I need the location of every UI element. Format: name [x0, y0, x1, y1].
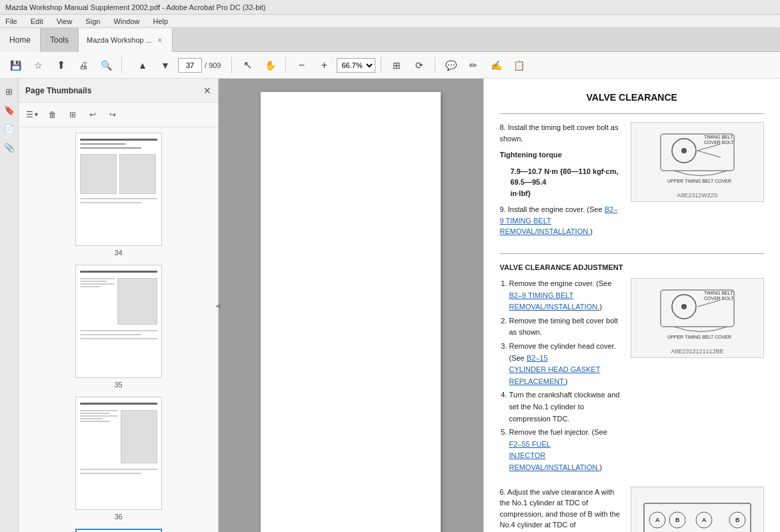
svg-text:B: B — [735, 517, 740, 523]
sidebar-scroll[interactable]: 34 — [19, 127, 218, 532]
sidebar: Page Thumbnails ✕ ☰ ▼ 🗑 ⊞ ↩ ↪ — [19, 79, 219, 532]
diagram-2-caption: A8E2312121112BE — [671, 348, 723, 355]
step-3: Remove the cylinder head cover. (See B2–… — [509, 341, 621, 387]
drag-arrow-icon: ◀ — [215, 302, 221, 309]
page-navigation: ▲ ▼ / 909 — [133, 56, 221, 75]
thumb-img-34 — [75, 133, 162, 246]
stamp-icon: 📋 — [513, 60, 525, 71]
page-number-input[interactable] — [178, 58, 202, 73]
stamp-button[interactable]: 📋 — [509, 56, 529, 75]
search-icon: 🔍 — [101, 60, 112, 71]
separator-5 — [435, 57, 435, 73]
fit-button[interactable]: ⊞ — [387, 56, 407, 75]
sidebar-delete-button[interactable]: 🗑 — [44, 107, 61, 123]
title-text: Mazda Workshop Manual Supplement 2002.pd… — [5, 3, 266, 11]
search-button[interactable]: 🔍 — [96, 56, 116, 75]
save-button[interactable]: 💾 — [5, 56, 25, 75]
sidebar-menu-button[interactable]: ☰ ▼ — [24, 107, 41, 123]
zoom-out-button[interactable]: − — [291, 56, 311, 75]
menu-file[interactable]: File — [3, 16, 20, 27]
svg-text:UPPER TIMING BELT COVER: UPPER TIMING BELT COVER — [667, 335, 731, 339]
menu-sign[interactable]: Sign — [83, 16, 103, 27]
main-area: ⊞ 🔖 📄 📎 Page Thumbnails ✕ ☰ ▼ 🗑 ⊞ ↩ — [0, 79, 780, 532]
comment-icon: 💬 — [445, 60, 457, 71]
hand-button[interactable]: ✋ — [260, 56, 280, 75]
sidebar-undo-icon: ↩ — [89, 110, 96, 119]
bookmark-strip-icon[interactable]: 🔖 — [2, 103, 17, 117]
sidebar-drag-handle[interactable]: ◀ — [215, 79, 221, 532]
thumb-img-37 — [75, 529, 162, 532]
step-5: Remove the fuel injector. (See F2–55 FUE… — [509, 427, 621, 473]
svg-text:UPPER TIMING BELT COVER: UPPER TIMING BELT COVER — [667, 179, 731, 183]
diagram-1-container: TIMING BELT COVER BOLT UPPER TIMING BELT… — [631, 122, 764, 202]
sidebar-close-button[interactable]: ✕ — [203, 85, 211, 96]
file-tab-label: Mazda Workshop ... — [87, 36, 152, 44]
step9-link[interactable]: B2–9 TIMING BELT REMOVAL/INSTALLATION. — [500, 205, 618, 235]
file-tab[interactable]: Mazda Workshop ... × — [79, 28, 172, 52]
step5-link[interactable]: F2–55 FUELINJECTOR REMOVAL/INSTALLATION. — [509, 440, 600, 471]
svg-text:B: B — [675, 517, 680, 523]
sidebar-undo-button[interactable]: ↩ — [84, 107, 101, 123]
menu-edit[interactable]: Edit — [28, 16, 46, 27]
sidebar-insert-button[interactable]: ⊞ — [64, 107, 81, 123]
next-page-button[interactable]: ▼ — [155, 56, 175, 75]
sidebar-redo-button[interactable]: ↪ — [104, 107, 121, 123]
menu-help[interactable]: Help — [151, 16, 171, 27]
cursor-button[interactable]: ↖ — [237, 56, 257, 75]
pencil-button[interactable]: ✏ — [463, 56, 483, 75]
content-area: VALVE CLEARANCE 8. Install the timing be… — [483, 79, 781, 532]
comment-button[interactable]: 💬 — [441, 56, 461, 75]
sidebar-insert-icon: ⊞ — [69, 110, 76, 119]
step1-link[interactable]: B2–9 TIMING BELT REMOVAL/INSTALLATION. — [509, 291, 600, 311]
zoom-in-button[interactable]: + — [314, 56, 334, 75]
menu-window[interactable]: Window — [111, 16, 142, 27]
upload-button[interactable]: ⬆ — [51, 56, 71, 75]
thumbnail-36[interactable]: 36 — [75, 397, 162, 521]
step8-content: 8. Install the timing belt cover bolt as… — [500, 122, 621, 243]
valve-clearance-section: VALVE CLEARANCE 8. Install the timing be… — [500, 92, 765, 532]
adjustment-title: VALVE CLEARANCE ADJUSTMENT — [500, 262, 765, 273]
rotate-button[interactable]: ⟳ — [409, 56, 429, 75]
prev-page-icon: ▲ — [138, 60, 147, 71]
svg-rect-17 — [637, 497, 757, 533]
sidebar-redo-icon: ↪ — [109, 110, 116, 119]
thumb-num-35: 35 — [114, 381, 122, 389]
svg-text:TIMING BELT: TIMING BELT — [704, 135, 733, 139]
title-bar: Mazda Workshop Manual Supplement 2002.pd… — [0, 0, 780, 15]
separator-2 — [231, 57, 232, 73]
svg-text:COVER BOLT: COVER BOLT — [704, 296, 734, 301]
file-tab-close[interactable]: × — [156, 36, 164, 45]
zoom-out-icon: − — [299, 59, 305, 71]
sidebar-menu-icon: ☰ — [26, 110, 33, 119]
pages-strip-icon[interactable]: 📄 — [2, 121, 17, 136]
thumbnail-37[interactable]: 37 — [75, 529, 162, 532]
page-area — [219, 79, 483, 532]
tools-tab-label: Tools — [50, 35, 69, 45]
icon-strip: ⊞ 🔖 📄 📎 — [0, 79, 19, 532]
separator-top — [500, 113, 765, 114]
timing-belt-svg-2: TIMING BELT COVER BOLT UPPER TIMING BELT… — [634, 280, 761, 347]
timing-belt-svg-1: TIMING BELT COVER BOLT UPPER TIMING BELT… — [634, 124, 761, 191]
highlight-button[interactable]: ✍ — [486, 56, 506, 75]
zoom-select[interactable]: 66.7% 50% 75% 100% — [337, 58, 375, 73]
step6-content: 6. Adjust the valve clearance A with the… — [500, 487, 621, 533]
menu-view[interactable]: View — [54, 16, 75, 27]
step6-text: 6. Adjust the valve clearance A with the… — [500, 487, 621, 533]
attach-strip-icon[interactable]: 📎 — [2, 140, 17, 155]
thumbnail-35[interactable]: 35 — [75, 265, 162, 389]
prev-page-button[interactable]: ▲ — [133, 56, 153, 75]
doc-title: VALVE CLEARANCE — [500, 92, 765, 103]
tools-tab[interactable]: Tools — [41, 28, 79, 52]
upload-icon: ⬆ — [57, 59, 65, 71]
home-tab[interactable]: Home — [0, 28, 41, 52]
diagram-2: TIMING BELT COVER BOLT UPPER TIMING BELT… — [631, 278, 764, 358]
page-total: / 909 — [205, 61, 221, 69]
bookmark-button[interactable]: ☆ — [28, 56, 48, 75]
save-icon: 💾 — [10, 60, 21, 71]
layers-icon[interactable]: ⊞ — [2, 84, 17, 99]
tab-bar: Home Tools Mazda Workshop ... × — [0, 28, 780, 52]
thumbnail-34[interactable]: 34 — [75, 133, 162, 257]
print-button[interactable]: 🖨 — [73, 56, 93, 75]
step3-link[interactable]: B2–15CYLINDER HEAD GASKET REPLACEMENT. — [509, 354, 601, 385]
step6-row: 6. Adjust the valve clearance A with the… — [500, 487, 765, 533]
